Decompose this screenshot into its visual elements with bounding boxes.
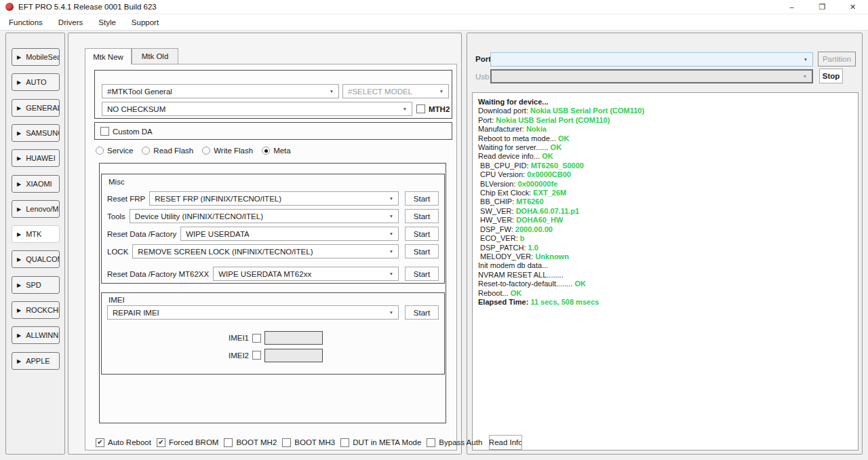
sidebar-item-mobilesearch[interactable]: ▶MobileSearch: [12, 48, 60, 66]
log-line-text: SW_VER:: [478, 207, 516, 215]
triangle-right-icon: ▶: [17, 79, 21, 85]
checkbox-unchecked-icon[interactable]: [340, 438, 349, 447]
imei-group: IMEI REPAIR IMEI ▼ Start IMEI1IMEI2: [101, 292, 445, 375]
misc-row-label: LOCK: [107, 248, 128, 256]
misc-row-dropdown[interactable]: WIPE USERDATA MT62xx▼: [213, 267, 399, 281]
imei-field-input[interactable]: [264, 349, 323, 362]
triangle-right-icon: ▶: [17, 105, 21, 111]
option-checkbox-boot-mh3[interactable]: BOOT MH3: [282, 438, 335, 447]
mode-radio-read-flash[interactable]: Read Flash: [142, 147, 193, 155]
sidebar-item-auto[interactable]: ▶AUTO: [12, 73, 60, 91]
sidebar-item-mtk[interactable]: ▶MTK: [12, 225, 60, 243]
chevron-down-icon: ▼: [330, 89, 334, 94]
sidebar-item-spd[interactable]: ▶SPD: [12, 276, 60, 294]
mode-radio-write-flash[interactable]: Write Flash: [202, 147, 253, 155]
log-line-value: OK: [511, 289, 522, 297]
sidebar-item-label: ALLWINNER: [26, 331, 60, 339]
check-icon: ✔: [158, 439, 163, 446]
custom-da-checkbox-label: Custom DA: [113, 128, 153, 136]
triangle-right-icon: ▶: [17, 332, 21, 339]
sidebar-item-huawei[interactable]: ▶HUAWEI: [12, 149, 60, 167]
radio-unselected-icon[interactable]: [142, 147, 150, 155]
mtktool-dropdown[interactable]: #MTKTool General ▼: [102, 84, 339, 98]
custom-da-checkbox-box[interactable]: [100, 127, 109, 136]
read-info-button[interactable]: Read Info: [489, 435, 522, 450]
tab-mtk-old[interactable]: Mtk Old: [132, 48, 178, 64]
menu-item-style[interactable]: Style: [92, 14, 125, 30]
sidebar-item-samsung[interactable]: ▶SAMSUNG: [12, 124, 60, 142]
log-line-value: 0x000000fe: [518, 180, 558, 188]
misc-row-dropdown[interactable]: WIPE USERDATA▼: [180, 227, 399, 241]
misc-row-start-button[interactable]: Start: [405, 191, 439, 206]
menu-item-support[interactable]: Support: [125, 14, 168, 30]
log-line-value: 11 secs, 508 msecs: [530, 298, 599, 306]
log-line-value: MT6260: [516, 197, 543, 206]
checkbox-checked-icon[interactable]: ✔: [157, 438, 165, 447]
misc-row-dropdown-value: WIPE USERDATA: [186, 230, 250, 238]
misc-row-start-button[interactable]: Start: [405, 267, 439, 281]
imei-field-input[interactable]: [264, 331, 323, 345]
option-checkbox-bypass-auth[interactable]: Bypass Auth: [427, 438, 482, 447]
log-output[interactable]: Waiting for device...Download port: Noki…: [472, 92, 859, 451]
sidebar-item-general[interactable]: ▶GENERAL: [12, 99, 60, 117]
sidebar-item-qualcomm[interactable]: ▶QUALCOMM: [12, 250, 60, 268]
misc-row-start-button[interactable]: Start: [405, 244, 439, 258]
port-dropdown[interactable]: ▼: [490, 52, 813, 66]
select-model-dropdown[interactable]: #SELECT MODEL ▼: [342, 84, 449, 98]
imei-repair-dropdown[interactable]: REPAIR IMEI ▼: [107, 305, 399, 320]
misc-row-start-button[interactable]: Start: [405, 227, 439, 241]
imei-start-button[interactable]: Start: [405, 305, 439, 320]
option-checkbox-label: Forced BROM: [169, 438, 219, 446]
mtktool-dropdown-value: #MTKTool General: [107, 88, 172, 96]
sidebar-item-label: SPD: [26, 281, 41, 289]
option-checkbox-auto-reboot[interactable]: ✔Auto Reboot: [96, 438, 151, 447]
misc-row-reset-data-factory-mt62xx: Reset Data /Factory MT62XXWIPE USERDATA …: [107, 267, 439, 281]
option-checkbox-forced-brom[interactable]: ✔Forced BROM: [157, 438, 219, 447]
option-checkbox-dut-in-meta-mode[interactable]: DUT in META Mode: [340, 438, 421, 447]
chevron-down-icon: ▼: [804, 57, 808, 62]
sidebar-item-allwinner[interactable]: ▶ALLWINNER: [12, 326, 60, 344]
misc-row-lock: LOCKREMOVE SCREEN LOCK (INFINIX/TECNO/IT…: [107, 244, 439, 258]
mth2-checkbox-box[interactable]: [416, 104, 425, 113]
mode-radio-label: Service: [107, 147, 133, 155]
menu-item-drivers[interactable]: Drivers: [52, 14, 92, 30]
misc-row-start-button[interactable]: Start: [405, 209, 439, 223]
radio-selected-icon[interactable]: [262, 147, 270, 155]
misc-row-dropdown[interactable]: REMOVE SCREEN LOCK (INFINIX/TECNO/ITEL)▼: [132, 244, 399, 258]
radio-unselected-icon[interactable]: [96, 147, 104, 155]
log-line-value: EXT_26M: [533, 189, 566, 197]
stop-button[interactable]: Stop: [819, 69, 843, 83]
checkbox-unchecked-icon[interactable]: [282, 438, 291, 447]
close-icon[interactable]: ✕: [837, 0, 868, 14]
mode-radio-service[interactable]: Service: [96, 147, 133, 155]
chevron-down-icon: ▼: [803, 74, 807, 79]
menu-item-functions[interactable]: Functions: [3, 14, 52, 30]
sidebar-item-label: QUALCOMM: [26, 255, 60, 263]
misc-row-dropdown[interactable]: RESET FRP (INFINIX/TECNO/ITEL)▼: [149, 191, 399, 206]
imei-field-checkbox[interactable]: [252, 351, 261, 360]
imei-field-checkbox[interactable]: [252, 334, 261, 343]
log-line: Waiting for device...: [478, 98, 852, 107]
checkbox-unchecked-icon[interactable]: [427, 438, 435, 447]
checkbox-checked-icon[interactable]: ✔: [96, 438, 104, 447]
mth2-checkbox[interactable]: MTH2: [416, 104, 450, 113]
tab-content-mtk-new: #MTKTool General ▼ #SELECT MODEL ▼ NO CH…: [85, 64, 457, 451]
mode-radio-meta[interactable]: Meta: [262, 147, 291, 155]
tab-mtk-new[interactable]: Mtk New: [85, 48, 132, 64]
checkbox-unchecked-icon[interactable]: [224, 438, 233, 447]
custom-da-checkbox[interactable]: Custom DA: [100, 127, 153, 136]
radio-unselected-icon[interactable]: [202, 147, 210, 155]
sidebar-item-apple[interactable]: ▶APPLE: [12, 352, 60, 370]
log-line: HW_VER: DOHA60_HW: [478, 216, 852, 225]
log-line: Read device info... OK: [478, 152, 852, 161]
mode-radio-row: ServiceRead FlashWrite FlashMeta: [96, 147, 291, 155]
option-checkbox-boot-mh2[interactable]: BOOT MH2: [224, 438, 277, 447]
sidebar-item-rockchip[interactable]: ▶ROCKCHIP: [12, 301, 60, 319]
minimize-icon[interactable]: –: [776, 0, 807, 14]
sidebar-item-xiaomi[interactable]: ▶XIAOMI: [12, 175, 60, 193]
restore-icon[interactable]: ❐: [807, 0, 837, 14]
checksum-dropdown[interactable]: NO CHECKSUM ▼: [102, 102, 412, 116]
misc-row-dropdown[interactable]: Device Utility (INFINIX/TECNO/ITEL)▼: [130, 209, 399, 223]
sidebar-item-lenovo-moto[interactable]: ▶Lenovo/Moto: [12, 200, 60, 218]
mth2-checkbox-label: MTH2: [429, 105, 450, 113]
